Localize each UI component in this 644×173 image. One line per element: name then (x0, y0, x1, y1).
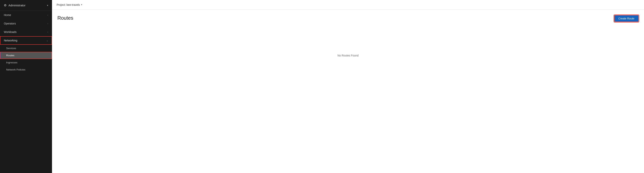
operators-label: Operators (4, 22, 16, 25)
services-label: Services (6, 47, 16, 50)
ingresses-label: Ingresses (6, 61, 18, 64)
sidebar-item-networking[interactable]: Networking ⌄ (0, 36, 52, 45)
page-title: Routes (58, 15, 73, 21)
gear-icon: ⚙ (4, 4, 6, 7)
operators-arrow: › (48, 22, 48, 25)
project-label: Project: bee-travels (56, 3, 80, 6)
admin-header[interactable]: ⚙ Administrator ▾ (0, 0, 52, 11)
sidebar: ⚙ Administrator ▾ Home › Operators › Wor… (0, 0, 52, 173)
empty-state: No Routes Found (58, 26, 638, 84)
workloads-arrow: › (48, 31, 48, 33)
page-header: Routes Create Route (58, 15, 638, 22)
topbar: Project: bee-travels ▾ (52, 0, 644, 10)
sidebar-item-operators[interactable]: Operators › (0, 19, 52, 28)
main-content: Project: bee-travels ▾ Routes Create Rou… (52, 0, 644, 173)
sidebar-item-services[interactable]: Services (0, 45, 52, 52)
networking-arrow: ⌄ (46, 39, 48, 42)
create-route-button[interactable]: Create Route (614, 15, 638, 22)
home-arrow: › (48, 14, 48, 16)
networking-label: Networking (4, 39, 17, 42)
sidebar-item-ingresses[interactable]: Ingresses (0, 59, 52, 66)
sidebar-item-workloads[interactable]: Workloads › (0, 28, 52, 36)
project-selector[interactable]: Project: bee-travels ▾ (56, 3, 82, 6)
empty-state-text: No Routes Found (338, 54, 358, 57)
project-dropdown-arrow: ▾ (81, 4, 82, 6)
sidebar-item-network-policies[interactable]: Network Policies (0, 66, 52, 73)
admin-arrow: ▾ (47, 4, 48, 7)
admin-title: Administrator (8, 4, 45, 7)
networking-sub-items: Services Routes Ingresses Network Polici… (0, 45, 52, 73)
routes-label: Routes (6, 54, 14, 57)
network-policies-label: Network Policies (6, 68, 26, 71)
workloads-label: Workloads (4, 30, 16, 34)
home-label: Home (4, 14, 11, 16)
page-content: Routes Create Route No Routes Found (52, 10, 644, 173)
sidebar-item-routes[interactable]: Routes (0, 52, 52, 59)
sidebar-item-home[interactable]: Home › (0, 11, 52, 19)
